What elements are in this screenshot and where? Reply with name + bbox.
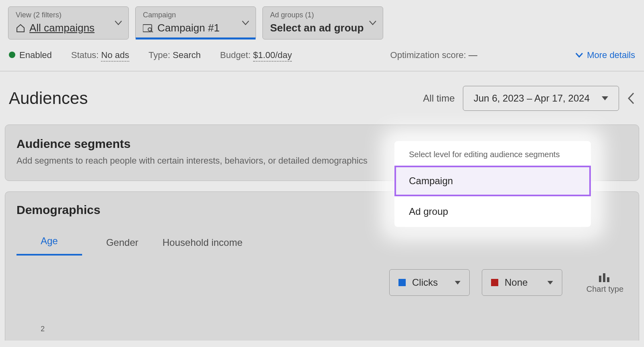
chart-type-button[interactable]: Chart type (586, 272, 623, 294)
blue-swatch-icon (398, 279, 406, 286)
adgroup-label: Ad groups (1) (270, 11, 376, 19)
dropdown-header: Select level for editing audience segmen… (394, 141, 591, 166)
status-chunk: Status: No ads (71, 50, 129, 60)
demographics-tabs: Age Gender Household income (17, 229, 627, 256)
metric2-dropdown[interactable]: None (482, 269, 562, 296)
svg-rect-4 (603, 273, 605, 282)
y-axis-tick: 2 (41, 325, 45, 333)
page-header: Audiences All time Jun 6, 2023 – Apr 17,… (0, 71, 644, 119)
enabled-dot-icon (9, 52, 15, 58)
level-select-dropdown: Select level for editing audience segmen… (394, 141, 591, 227)
svg-rect-5 (607, 277, 609, 282)
chevron-down-icon (369, 21, 376, 25)
budget-value[interactable]: $1.00/day (253, 50, 292, 62)
bar-chart-icon (598, 272, 612, 282)
optscore-chunk: Optimization score: — (390, 50, 477, 60)
red-swatch-icon (491, 279, 498, 286)
caret-down-icon (455, 281, 460, 285)
view-label: View (2 filters) (16, 11, 121, 19)
view-selector[interactable]: View (2 filters) All campaigns (8, 6, 129, 39)
status-bar: Enabled Status: No ads Type: Search Budg… (0, 39, 644, 71)
campaign-label: Campaign (143, 11, 248, 19)
svg-point-1 (148, 28, 151, 31)
home-icon (16, 23, 25, 33)
tab-gender[interactable]: Gender (106, 231, 138, 256)
page-title: Audiences (9, 89, 88, 108)
chevron-down-icon (576, 53, 583, 58)
caret-down-icon (602, 96, 608, 100)
date-range: All time Jun 6, 2023 – Apr 17, 2024 (423, 86, 635, 111)
breadcrumb-bar: View (2 filters) All campaigns Campaign … (0, 0, 644, 39)
chevron-down-icon (115, 21, 122, 25)
svg-rect-3 (599, 276, 601, 282)
budget-chunk: Budget: $1.00/day (220, 50, 292, 60)
type-chunk: Type: Search (149, 50, 201, 60)
campaign-value: Campaign #1 (157, 22, 220, 34)
metric1-dropdown[interactable]: Clicks (389, 269, 470, 296)
more-details-toggle[interactable]: More details (576, 50, 635, 60)
prev-period-button[interactable] (627, 92, 635, 104)
option-campaign[interactable]: Campaign (394, 166, 591, 196)
adgroup-value: Select an ad group (270, 22, 364, 34)
view-value: All campaigns (29, 22, 95, 34)
metric-controls: Clicks None Chart type (17, 269, 627, 296)
option-adgroup[interactable]: Ad group (394, 196, 591, 227)
campaign-selector[interactable]: Campaign Campaign #1 (135, 6, 256, 39)
status-value[interactable]: No ads (101, 50, 129, 62)
caret-down-icon (547, 281, 553, 285)
range-preset: All time (423, 93, 455, 104)
tab-income[interactable]: Household income (163, 231, 243, 256)
search-campaign-icon (143, 24, 153, 33)
chevron-down-icon (242, 21, 249, 25)
tab-age[interactable]: Age (17, 229, 82, 256)
adgroup-selector[interactable]: Ad groups (1) Select an ad group (262, 6, 383, 39)
date-range-picker[interactable]: Jun 6, 2023 – Apr 17, 2024 (463, 86, 619, 111)
status-enabled: Enabled (9, 50, 52, 60)
